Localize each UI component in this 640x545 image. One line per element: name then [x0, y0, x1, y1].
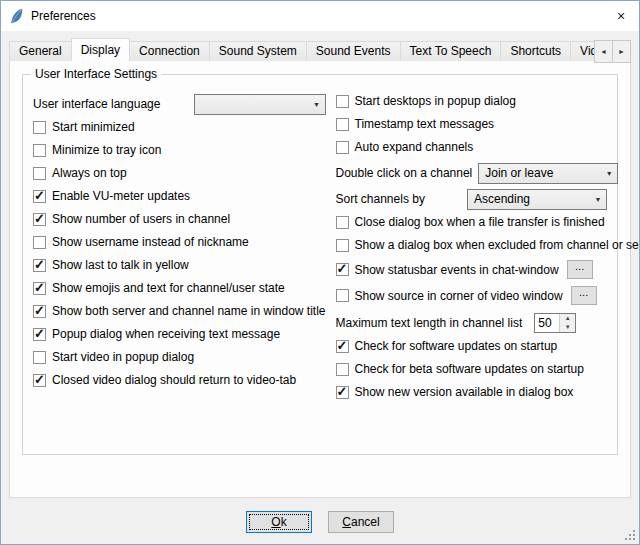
checkbox[interactable]: [33, 374, 46, 387]
checkbox-label: Show number of users in channel: [52, 212, 230, 226]
checkbox[interactable]: [336, 289, 349, 302]
spin-down-icon[interactable]: ▼: [560, 323, 575, 332]
checkbox-row[interactable]: Popup dialog when receiving text message: [33, 326, 326, 342]
tab-connection[interactable]: Connection: [129, 41, 210, 61]
checkbox-label: Show both server and channel name in win…: [52, 304, 326, 318]
checkbox-row[interactable]: Show number of users in channel: [33, 211, 326, 227]
checkbox[interactable]: [33, 305, 46, 318]
spin-up-icon[interactable]: ▲: [560, 314, 575, 323]
checkbox-label: Always on top: [52, 166, 127, 180]
checkbox[interactable]: [336, 95, 349, 108]
sort-channels-dropdown[interactable]: Ascending ▼: [467, 189, 607, 210]
checkbox[interactable]: [33, 213, 46, 226]
checkbox-label: Check for software updates on startup: [355, 339, 558, 353]
checkbox-row[interactable]: Show new version available in dialog box: [336, 384, 608, 400]
checkbox-row[interactable]: Check for software updates on startup: [336, 338, 608, 354]
double-click-dropdown[interactable]: Join or leave ▼: [478, 163, 618, 184]
checkbox-label: Minimize to tray icon: [52, 143, 161, 157]
checkbox[interactable]: [33, 259, 46, 272]
checkbox-row[interactable]: Start video in popup dialog: [33, 349, 326, 365]
checkbox[interactable]: [33, 167, 46, 180]
tab-general[interactable]: General: [9, 41, 72, 61]
resize-grip[interactable]: [623, 528, 635, 540]
language-row: User interface language ▼: [33, 93, 326, 115]
checkbox-row[interactable]: Show both server and channel name in win…: [33, 303, 326, 319]
tab-display[interactable]: Display: [71, 38, 130, 61]
tab-shortcuts[interactable]: Shortcuts: [500, 41, 571, 61]
checkbox[interactable]: [336, 216, 349, 229]
checkbox[interactable]: [336, 239, 349, 252]
tab-sound-system[interactable]: Sound System: [209, 41, 307, 61]
chevron-down-icon: ▼: [309, 101, 325, 108]
checkbox[interactable]: [336, 141, 349, 154]
checkbox-row[interactable]: Enable VU-meter updates: [33, 188, 326, 204]
max-text-length-label: Maximum text length in channel list: [336, 316, 523, 330]
checkbox-label: Show new version available in dialog box: [355, 385, 574, 399]
title-bar: Preferences ×: [1, 1, 639, 31]
checkbox[interactable]: [33, 121, 46, 134]
cancel-button[interactable]: Cancel: [328, 511, 394, 533]
checkbox[interactable]: [336, 263, 349, 276]
cancel-button-label: Cancel: [342, 515, 379, 529]
checkbox-label: Start minimized: [52, 120, 135, 134]
tab-scroll-right-icon[interactable]: ►: [612, 40, 631, 63]
group-title: User Interface Settings: [31, 67, 161, 81]
tab-scroll: ◄ ►: [595, 40, 631, 63]
checkbox[interactable]: [336, 386, 349, 399]
double-click-value: Join or leave: [479, 166, 601, 180]
double-click-row: Double click on a channel Join or leave …: [336, 162, 608, 184]
checkbox-row[interactable]: Show last to talk in yellow: [33, 257, 326, 273]
checkbox-label: Check for beta software updates on start…: [355, 362, 584, 376]
checkbox[interactable]: [33, 190, 46, 203]
checkbox-row[interactable]: Closed video dialog should return to vid…: [33, 372, 326, 388]
checkbox-row[interactable]: Always on top: [33, 165, 326, 181]
checkbox-label: Popup dialog when receiving text message: [52, 327, 280, 341]
checkbox[interactable]: [33, 328, 46, 341]
close-icon[interactable]: ×: [603, 1, 639, 31]
checkbox-label: Show source in corner of video window: [355, 289, 563, 303]
checkbox-label: Show emojis and text for channel/user st…: [52, 281, 285, 295]
checkbox-row[interactable]: Timestamp text messages: [336, 116, 608, 132]
checkbox-row[interactable]: Auto expand channels: [336, 139, 608, 155]
statusbar-events-row[interactable]: Show statusbar events in chat-window ...: [336, 260, 608, 279]
app-icon: [9, 8, 25, 24]
checkbox-row[interactable]: Minimize to tray icon: [33, 142, 326, 158]
checkbox-row[interactable]: Check for beta software updates on start…: [336, 361, 608, 377]
tab-pane: User Interface Settings User interface l…: [9, 60, 631, 498]
tab-scroll-left-icon[interactable]: ◄: [594, 40, 613, 63]
checkbox-label: Show statusbar events in chat-window: [355, 263, 559, 277]
checkbox-label: Show a dialog box when excluded from cha…: [355, 238, 640, 252]
checkbox-row[interactable]: Show emojis and text for channel/user st…: [33, 280, 326, 296]
checkbox-row[interactable]: Show username instead of nickname: [33, 234, 326, 250]
ok-button-label: Ok: [271, 515, 286, 529]
checkbox[interactable]: [336, 363, 349, 376]
checkbox-label: Start video in popup dialog: [52, 350, 194, 364]
checkbox[interactable]: [336, 118, 349, 131]
max-text-length-stepper[interactable]: 50 ▲ ▼: [534, 313, 576, 333]
checkbox-row[interactable]: Start minimized: [33, 119, 326, 135]
chevron-down-icon: ▼: [601, 170, 617, 177]
checkbox-label: Show username instead of nickname: [52, 235, 249, 249]
checkbox-label: Show last to talk in yellow: [52, 258, 189, 272]
checkbox-row[interactable]: Start desktops in popup dialog: [336, 93, 608, 109]
checkbox[interactable]: [33, 282, 46, 295]
video-source-more-button[interactable]: ...: [571, 286, 597, 305]
language-label: User interface language: [33, 97, 160, 111]
checkbox[interactable]: [33, 236, 46, 249]
video-source-row[interactable]: Show source in corner of video window ..…: [336, 286, 608, 305]
checkbox-row[interactable]: Show a dialog box when excluded from cha…: [336, 237, 608, 253]
ok-button[interactable]: Ok: [246, 511, 312, 533]
tab-sound-events[interactable]: Sound Events: [306, 41, 401, 61]
statusbar-events-more-button[interactable]: ...: [567, 260, 593, 279]
language-dropdown[interactable]: ▼: [194, 94, 326, 115]
checkbox[interactable]: [33, 144, 46, 157]
tab-text-to-speech[interactable]: Text To Speech: [400, 41, 502, 61]
sort-channels-row: Sort channels by Ascending ▼: [336, 188, 608, 210]
checkbox[interactable]: [33, 351, 46, 364]
preferences-dialog: Preferences × General Display Connection…: [0, 0, 640, 545]
left-column: User interface language ▼ Start minimize…: [33, 93, 326, 407]
checkbox-row[interactable]: Close dialog box when a file transfer is…: [336, 214, 608, 230]
double-click-label: Double click on a channel: [336, 166, 473, 180]
window-title: Preferences: [31, 9, 603, 23]
checkbox[interactable]: [336, 340, 349, 353]
